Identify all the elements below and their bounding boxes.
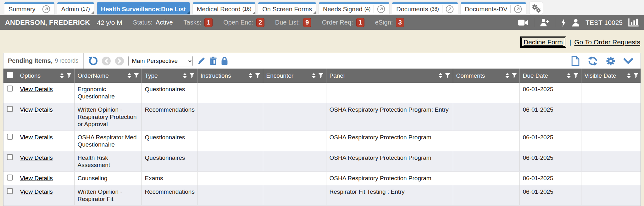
edit-pencil-icon[interactable]: [197, 57, 205, 65]
lightning-icon[interactable]: [561, 19, 566, 27]
row-checkbox[interactable]: [7, 188, 13, 194]
open-in-new-icon[interactable]: [446, 5, 454, 13]
pending-items-table: OptionsOrderNameTypeInstructionsEncounte…: [3, 69, 641, 206]
stat-count-badge[interactable]: 1: [356, 18, 364, 27]
filter-funnel-icon[interactable]: [318, 73, 324, 78]
select-all-checkbox[interactable]: [7, 72, 13, 78]
visible-date-cell: [581, 151, 641, 171]
column-label: Due Date: [523, 72, 548, 79]
column-header-type[interactable]: Type: [142, 69, 197, 83]
tab-dropdown-fold-icon[interactable]: [313, 11, 316, 14]
column-header-encounter[interactable]: Encounter: [263, 69, 326, 83]
row-checkbox[interactable]: [7, 134, 13, 140]
sort-icon[interactable]: [127, 73, 131, 78]
tab-bar: SummaryAdmin(17)Health Surveillance:Due …: [0, 0, 644, 15]
sort-icon[interactable]: [439, 73, 442, 78]
column-header-ordername[interactable]: OrderName: [74, 69, 142, 83]
prev-page-icon[interactable]: [102, 57, 111, 65]
view-details-link[interactable]: View Details: [20, 134, 53, 141]
filter-funnel-icon[interactable]: [189, 73, 195, 78]
checkbox-cell: [3, 171, 17, 185]
column-header-visible-date[interactable]: Visible Date: [581, 69, 641, 83]
stat-tasks-: Tasks:1: [184, 18, 213, 27]
tab-count: (4): [364, 6, 371, 12]
type-cell: Questionnaires: [142, 131, 197, 151]
sort-icon[interactable]: [312, 73, 316, 78]
column-header-options[interactable]: Options: [17, 69, 74, 83]
view-details-link[interactable]: View Details: [20, 188, 53, 195]
video-camera-icon[interactable]: [518, 19, 528, 26]
sort-icon[interactable]: [627, 73, 631, 78]
column-header-instructions[interactable]: Instructions: [197, 69, 263, 83]
decline-form-link[interactable]: Decline Form: [524, 38, 563, 46]
tab-count: (38): [430, 6, 439, 12]
filter-funnel-icon[interactable]: [66, 73, 72, 78]
table-header-row: OptionsOrderNameTypeInstructionsEncounte…: [3, 69, 641, 83]
column-header-due-date[interactable]: Due Date: [519, 69, 581, 83]
stat-count-badge[interactable]: 1: [204, 18, 213, 27]
tab-summary[interactable]: Summary: [4, 2, 54, 14]
person-icon[interactable]: [572, 19, 580, 27]
checkbox-cell: [3, 83, 17, 103]
view-details-link[interactable]: View Details: [20, 106, 53, 113]
filter-funnel-icon[interactable]: [134, 73, 139, 78]
row-checkbox[interactable]: [7, 175, 13, 181]
lock-icon[interactable]: [221, 57, 228, 65]
panel-cell: OSHA Respiratory Protection Program: Ent…: [326, 103, 453, 131]
tab-medical-record[interactable]: Medical Record(16): [193, 2, 255, 14]
go-to-order-requests-link[interactable]: Go To Order Requests: [574, 38, 640, 46]
open-in-new-icon[interactable]: [514, 5, 522, 13]
options-cell: View Details: [17, 151, 74, 171]
add-person-icon[interactable]: [540, 19, 549, 26]
sort-icon[interactable]: [183, 73, 187, 78]
filter-funnel-icon[interactable]: [573, 73, 579, 78]
tab-documents-dv[interactable]: Documents-DV: [461, 2, 526, 14]
tab-documents[interactable]: Documents(38): [392, 2, 458, 14]
undo-icon[interactable]: [88, 56, 97, 66]
view-details-link[interactable]: View Details: [20, 86, 53, 92]
tab-settings-gears-icon[interactable]: [530, 2, 543, 14]
sort-icon[interactable]: [249, 73, 253, 78]
type-cell: Questionnaires: [142, 151, 197, 171]
sort-icon[interactable]: [60, 73, 64, 78]
open-in-new-icon[interactable]: [377, 5, 385, 13]
stat-count-badge[interactable]: 3: [396, 18, 404, 27]
tab-dropdown-fold-icon[interactable]: [252, 11, 255, 14]
select-all-header[interactable]: [3, 69, 17, 83]
delete-trash-icon[interactable]: [210, 57, 217, 65]
checkbox-cell: [3, 185, 17, 205]
row-checkbox[interactable]: [7, 154, 13, 160]
row-checkbox[interactable]: [7, 86, 13, 92]
instructions-cell: [197, 103, 263, 131]
tab-dropdown-fold-icon[interactable]: [91, 11, 94, 14]
view-details-link[interactable]: View Details: [20, 154, 53, 161]
tab-needs-signed[interactable]: Needs Signed(4): [319, 2, 389, 14]
column-header-comments[interactable]: Comments: [453, 69, 519, 83]
row-checkbox[interactable]: [7, 106, 13, 112]
table-row: View DetailsErgonomic QuestionnaireQuest…: [3, 83, 641, 103]
next-page-icon[interactable]: [115, 57, 124, 65]
bar-chart-icon[interactable]: [628, 18, 639, 27]
filter-funnel-icon[interactable]: [255, 73, 260, 78]
filter-funnel-icon[interactable]: [445, 73, 450, 78]
filter-funnel-icon[interactable]: [512, 73, 517, 78]
tab-admin[interactable]: Admin(17): [57, 2, 94, 14]
column-header-panel[interactable]: Panel: [326, 69, 453, 83]
tab-health-surveillance-due-list[interactable]: Health Surveillance:Due List: [97, 2, 190, 14]
open-in-new-icon[interactable]: [42, 5, 50, 13]
tab-dropdown-fold-icon[interactable]: [187, 11, 190, 14]
tab-on-screen-forms[interactable]: On Screen Forms: [258, 2, 316, 14]
perspective-select[interactable]: Main Perspective: [128, 56, 193, 66]
stat-count-badge[interactable]: 9: [303, 18, 311, 27]
filter-funnel-icon[interactable]: [633, 73, 639, 78]
view-details-link[interactable]: View Details: [20, 175, 53, 181]
collapse-chevron-icon[interactable]: [624, 58, 633, 64]
sort-icon[interactable]: [505, 73, 509, 78]
sort-icon[interactable]: [567, 73, 571, 78]
refresh-icon[interactable]: [588, 56, 598, 66]
comments-cell: [453, 185, 519, 205]
stat-count-badge[interactable]: 2: [256, 18, 264, 27]
settings-gear-icon[interactable]: [606, 56, 615, 66]
tab-label: Medical Record: [197, 6, 241, 13]
new-document-icon[interactable]: [571, 56, 580, 66]
